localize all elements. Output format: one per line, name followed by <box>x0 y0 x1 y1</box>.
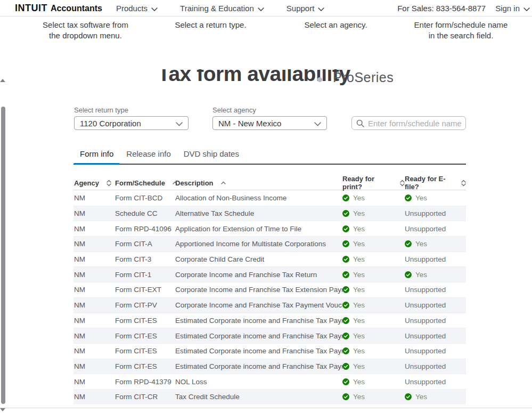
instruction-step-3: Select an agency. <box>273 17 398 40</box>
status-yes: Yes <box>342 225 405 233</box>
cell-form-schedule: Form CIT-BCD <box>115 194 175 202</box>
instruction-step-2: Select a return type. <box>148 17 273 40</box>
return-type-value: 1120 Corporation <box>80 119 141 128</box>
title-row: Tax form availability ProSeries <box>0 69 532 88</box>
table-body: NMForm CIT-BCDAllocation of Non-Business… <box>73 190 466 404</box>
scrollbar-up-arrow[interactable] <box>0 79 5 82</box>
instruction-strip: Select tax software from the dropdown me… <box>23 17 523 40</box>
scrollbar-thumb[interactable] <box>1 107 5 404</box>
cell-agency: NM <box>73 347 115 355</box>
table-row: NMForm CIT-AApportioned Income for Multi… <box>73 236 466 252</box>
nav-products[interactable]: Products <box>116 4 158 13</box>
status-yes: Yes <box>405 393 466 401</box>
check-circle-icon <box>342 210 349 217</box>
nav-support-label: Support <box>287 4 315 13</box>
cell-form-schedule: Form CIT-ES <box>115 317 175 325</box>
check-circle-icon <box>342 317 349 324</box>
cell-description: NOL Loss <box>175 378 342 386</box>
column-label: Form/Schedule <box>115 179 165 187</box>
status-yes: Yes <box>342 194 405 202</box>
cell-description: Corporate Income and Franchise Tax Retur… <box>175 271 342 279</box>
table-row: NMForm CIT-ESEstimated Corporate income … <box>73 343 466 359</box>
status-label: Yes <box>353 301 365 309</box>
table-row: NMForm CIT-ESEstimated Corporate income … <box>73 313 466 328</box>
status-yes: Yes <box>405 194 466 202</box>
check-circle-icon <box>342 378 349 385</box>
status-unsupported: Unsupported <box>405 347 466 355</box>
column-header-agency[interactable]: Agency <box>73 179 115 187</box>
status-label: Unsupported <box>405 347 446 355</box>
status-label: Unsupported <box>405 255 446 263</box>
cell-agency: NM <box>73 317 115 325</box>
scrollbar-down-arrow[interactable] <box>0 408 5 411</box>
status-label: Unsupported <box>405 378 446 386</box>
search-icon <box>356 119 364 127</box>
cell-description: Corporate Child Care Credit <box>175 255 342 263</box>
tab-release-info[interactable]: Release info <box>120 149 177 164</box>
table-row: NMForm CIT-3Corporate Child Care CreditY… <box>73 252 466 267</box>
sort-icon[interactable] <box>461 180 466 187</box>
cell-agency: NM <box>73 301 115 309</box>
status-label: Unsupported <box>405 225 446 233</box>
column-header-description[interactable]: Description <box>175 179 342 187</box>
sort-asc-icon[interactable] <box>221 181 226 184</box>
tab-form-info[interactable]: Form info <box>73 149 120 164</box>
agency-select[interactable]: NM - New Mexico <box>212 116 327 130</box>
product-name: ProSeries <box>333 70 394 85</box>
intuit-accountants-logo[interactable]: INTUIT Accountants <box>15 3 102 14</box>
status-label: Yes <box>353 347 365 355</box>
status-yes: Yes <box>342 378 405 386</box>
cell-description: Allocation of Non-Business Income <box>175 194 342 202</box>
check-circle-icon <box>342 225 349 232</box>
status-label: Unsupported <box>405 209 446 217</box>
status-unsupported: Unsupported <box>405 332 466 340</box>
status-yes: Yes <box>342 362 405 370</box>
check-circle-icon <box>405 240 412 247</box>
column-label: Description <box>175 179 214 187</box>
chevron-down-icon <box>176 119 183 128</box>
status-unsupported: Unsupported <box>405 301 466 309</box>
chevron-down-icon <box>523 4 530 13</box>
status-label: Unsupported <box>405 317 446 325</box>
status-label: Yes <box>353 362 365 370</box>
nav-training-education[interactable]: Training & Education <box>180 4 264 13</box>
sort-icon[interactable] <box>107 180 111 187</box>
search-input[interactable] <box>368 119 461 128</box>
check-circle-icon <box>342 286 349 293</box>
status-label: Yes <box>415 194 427 202</box>
status-label: Yes <box>415 240 427 248</box>
status-yes: Yes <box>342 271 405 279</box>
cell-description: Application for Extension of Time to Fil… <box>175 225 342 233</box>
status-unsupported: Unsupported <box>405 255 466 263</box>
column-label: Ready for E-file? <box>405 175 454 191</box>
nav-support[interactable]: Support <box>287 4 325 13</box>
cell-agency: NM <box>73 271 115 279</box>
return-type-label: Select return type <box>74 106 128 114</box>
cell-agency: NM <box>73 194 115 202</box>
cell-description: Alternative Tax Schedule <box>175 209 342 217</box>
column-header-form-schedule[interactable]: Form/Schedule <box>115 179 175 187</box>
sales-phone[interactable]: For Sales: 833-564-8877 <box>397 4 486 13</box>
cell-form-schedule: Form CIT-1 <box>115 271 175 279</box>
cell-form-schedule: Form CIT-CR <box>115 393 175 401</box>
column-header-ready-for-print[interactable]: Ready for print? <box>342 175 405 191</box>
cell-form-schedule: Form CIT-ES <box>115 362 175 370</box>
status-label: Yes <box>353 225 365 233</box>
cell-agency: NM <box>73 286 115 294</box>
table-header-row: AgencyForm/ScheduleDescriptionReady for … <box>73 176 466 190</box>
check-circle-icon <box>342 363 349 370</box>
cell-form-schedule: Form RPD-41379 <box>115 378 175 386</box>
cell-agency: NM <box>73 225 115 233</box>
column-label: Ready for print? <box>342 175 392 191</box>
cell-description: Apportioned Income for Multistate Corpor… <box>175 240 342 248</box>
sign-in-menu[interactable]: Sign in <box>495 4 530 13</box>
status-label: Yes <box>353 255 365 263</box>
cell-agency: NM <box>73 255 115 263</box>
return-type-select[interactable]: 1120 Corporation <box>74 116 189 130</box>
status-label: Unsupported <box>405 332 446 340</box>
tab-dvd-ship-dates[interactable]: DVD ship dates <box>177 149 245 164</box>
sort-icon[interactable] <box>400 180 405 187</box>
check-circle-icon <box>342 240 349 247</box>
check-circle-icon <box>405 195 412 201</box>
column-header-ready-for-e-file[interactable]: Ready for E-file? <box>405 175 466 191</box>
